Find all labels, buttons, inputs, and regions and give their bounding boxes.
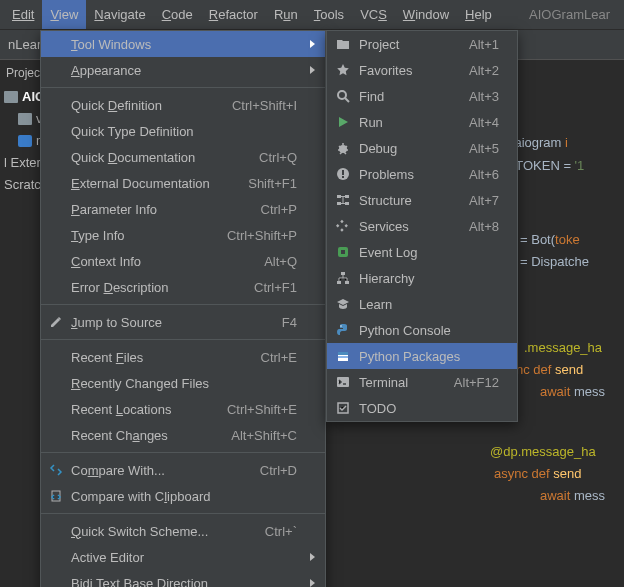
tool-window-item-python-packages[interactable]: Python Packages [327, 343, 517, 369]
menu-item-label: Compare With... [71, 463, 236, 478]
menu-item-external-documentation[interactable]: External DocumentationShift+F1 [41, 170, 325, 196]
project-tree[interactable]: AIOG ve m l Exter Scratc [0, 86, 44, 196]
menu-item-quick-definition[interactable]: Quick DefinitionCtrl+Shift+I [41, 92, 325, 118]
tool-window-label: Problems [359, 167, 449, 182]
menu-item-recent-locations[interactable]: Recent LocationsCtrl+Shift+E [41, 396, 325, 422]
svg-rect-17 [338, 356, 348, 358]
tool-window-item-project[interactable]: ProjectAlt+1 [327, 31, 517, 57]
menu-item-label: Error Description [71, 280, 230, 295]
tool-window-item-favorites[interactable]: FavoritesAlt+2 [327, 57, 517, 83]
menu-view[interactable]: View [42, 0, 86, 29]
menu-item-active-editor[interactable]: Active Editor [41, 544, 325, 570]
clipdiff-icon [48, 488, 64, 504]
menu-shortcut: Shift+F1 [248, 176, 297, 191]
svg-rect-5 [342, 176, 344, 178]
submenu-arrow-icon [310, 579, 315, 587]
terminal-icon [335, 374, 351, 390]
svg-rect-12 [337, 281, 341, 284]
tree-node[interactable]: m [4, 130, 44, 152]
submenu-arrow-icon [310, 40, 315, 48]
tool-window-item-problems[interactable]: ProblemsAlt+6 [327, 161, 517, 187]
tool-window-item-run[interactable]: RunAlt+4 [327, 109, 517, 135]
menu-item-quick-switch-scheme-[interactable]: Quick Switch Scheme...Ctrl+` [41, 518, 325, 544]
svg-rect-18 [337, 377, 349, 387]
svg-rect-7 [337, 202, 341, 205]
tool-window-item-python-console[interactable]: Python Console [327, 317, 517, 343]
tool-window-label: Run [359, 115, 449, 130]
menu-shortcut: Alt+2 [469, 63, 499, 78]
menu-item-appearance[interactable]: Appearance [41, 57, 325, 83]
tool-windows-submenu: ProjectAlt+1FavoritesAlt+2FindAlt+3RunAl… [326, 30, 518, 422]
menu-item-context-info[interactable]: Context InfoAlt+Q [41, 248, 325, 274]
project-icon [335, 36, 351, 52]
menu-tools[interactable]: Tools [306, 0, 352, 29]
menu-shortcut: Ctrl+Q [259, 150, 297, 165]
tool-window-label: Hierarchy [359, 271, 499, 286]
svg-rect-13 [345, 281, 349, 284]
tool-window-label: Find [359, 89, 449, 104]
menu-item-tool-windows[interactable]: Tool Windows [41, 31, 325, 57]
code-content: await mess [540, 488, 605, 503]
menu-item-quick-type-definition[interactable]: Quick Type Definition [41, 118, 325, 144]
menu-refactor[interactable]: Refactor [201, 0, 266, 29]
tool-window-item-terminal[interactable]: TerminalAlt+F12 [327, 369, 517, 395]
tool-window-item-hierarchy[interactable]: Hierarchy [327, 265, 517, 291]
tool-window-label: Event Log [359, 245, 499, 260]
menu-item-quick-documentation[interactable]: Quick DocumentationCtrl+Q [41, 144, 325, 170]
folder-icon [4, 91, 18, 103]
tool-window-label: Favorites [359, 63, 449, 78]
tool-window-item-structure[interactable]: StructureAlt+7 [327, 187, 517, 213]
code-content: = Bot(toke [520, 232, 580, 247]
menu-item-recently-changed-files[interactable]: Recently Changed Files [41, 370, 325, 396]
tool-window-item-services[interactable]: ServicesAlt+8 [327, 213, 517, 239]
menu-shortcut: Alt+Shift+C [231, 428, 297, 443]
menu-shortcut: Alt+5 [469, 141, 499, 156]
tree-node[interactable]: l Exter [4, 152, 44, 174]
menu-item-bidi-text-base-direction[interactable]: Bidi Text Base Direction [41, 570, 325, 587]
menu-window[interactable]: Window [395, 0, 457, 29]
problems-icon [335, 166, 351, 182]
menu-help[interactable]: Help [457, 0, 500, 29]
star-icon [335, 62, 351, 78]
menu-vcs[interactable]: VCS [352, 0, 395, 29]
menu-item-recent-files[interactable]: Recent FilesCtrl+E [41, 344, 325, 370]
menu-navigate[interactable]: Navigate [86, 0, 153, 29]
hierarchy-icon [335, 270, 351, 286]
tool-window-item-find[interactable]: FindAlt+3 [327, 83, 517, 109]
menu-shortcut: Ctrl+` [265, 524, 297, 539]
code-content: @dp.message_ha [490, 444, 596, 459]
menu-shortcut: Alt+6 [469, 167, 499, 182]
menu-item-parameter-info[interactable]: Parameter InfoCtrl+P [41, 196, 325, 222]
menu-item-recent-changes[interactable]: Recent ChangesAlt+Shift+C [41, 422, 325, 448]
menu-item-type-info[interactable]: Type InfoCtrl+Shift+P [41, 222, 325, 248]
tree-node[interactable]: ve [4, 108, 44, 130]
structure-icon [335, 192, 351, 208]
tool-window-item-learn[interactable]: Learn [327, 291, 517, 317]
svg-point-1 [338, 91, 346, 99]
tree-node[interactable]: AIOG [4, 86, 44, 108]
menu-item-jump-to-source[interactable]: Jump to SourceF4 [41, 309, 325, 335]
menu-edit[interactable]: Edit [4, 0, 42, 29]
menu-item-label: Parameter Info [71, 202, 237, 217]
tool-window-item-debug[interactable]: DebugAlt+5 [327, 135, 517, 161]
code-content: = Dispatche [520, 254, 589, 269]
project-name-label: AIOGramLear [529, 7, 620, 22]
tool-window-item-event-log[interactable]: Event Log [327, 239, 517, 265]
tool-window-item-todo[interactable]: TODO [327, 395, 517, 421]
tree-node[interactable]: Scratc [4, 174, 44, 196]
menu-item-label: Quick Documentation [71, 150, 235, 165]
menu-item-compare-with-[interactable]: Compare With...Ctrl+D [41, 457, 325, 483]
tool-window-label: Structure [359, 193, 449, 208]
menu-item-error-description[interactable]: Error DescriptionCtrl+F1 [41, 274, 325, 300]
project-tool-label[interactable]: Project [6, 66, 43, 80]
menu-code[interactable]: Code [154, 0, 201, 29]
menu-shortcut: Ctrl+Shift+E [227, 402, 297, 417]
menu-item-label: Appearance [71, 63, 297, 78]
menu-item-label: Recently Changed Files [71, 376, 297, 391]
folder-icon [18, 113, 32, 125]
tool-window-label: Project [359, 37, 449, 52]
menu-item-label: Jump to Source [71, 315, 258, 330]
menu-item-compare-with-clipboard[interactable]: Compare with Clipboard [41, 483, 325, 509]
menu-run[interactable]: Run [266, 0, 306, 29]
svg-point-14 [340, 325, 341, 326]
